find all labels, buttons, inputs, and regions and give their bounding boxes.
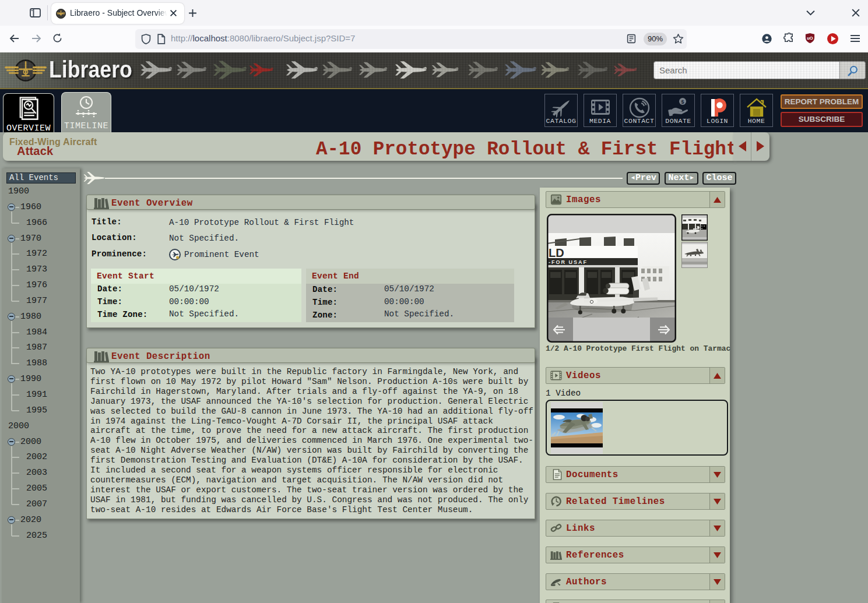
svg-text:LD: LD bbox=[549, 246, 564, 259]
svg-text:uO: uO bbox=[807, 36, 813, 41]
svg-text:-FOR USAF: -FOR USAF bbox=[549, 259, 588, 265]
svg-text:$: $ bbox=[681, 99, 684, 105]
